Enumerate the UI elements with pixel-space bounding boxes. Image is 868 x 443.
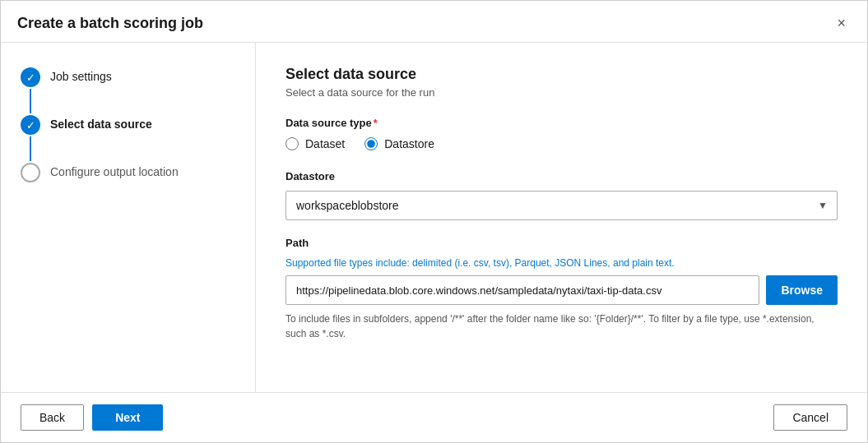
datastore-select[interactable]: workspaceblobstore <box>285 191 838 220</box>
dialog-footer: Back Next Cancel <box>1 392 867 442</box>
check-icon-2: ✓ <box>26 119 35 132</box>
datastore-select-wrapper: workspaceblobstore ▼ <box>285 191 838 220</box>
browse-button[interactable]: Browse <box>766 275 838 305</box>
check-icon: ✓ <box>26 72 35 84</box>
step-connector-2 <box>30 136 31 161</box>
dialog-header: Create a batch scoring job × <box>1 1 867 43</box>
next-button[interactable]: Next <box>92 404 163 431</box>
cancel-button[interactable]: Cancel <box>773 404 847 431</box>
path-input-row: Browse <box>285 275 838 305</box>
path-hint-small: To include files in subfolders, append '… <box>285 311 838 341</box>
radio-label-datastore: Datastore <box>384 137 434 150</box>
step-circle-job-settings: ✓ <box>21 67 40 87</box>
step-label-select-data: Select data source <box>50 115 152 131</box>
datastore-group: Datastore workspaceblobstore ▼ <box>285 170 838 220</box>
radio-dataset[interactable]: Dataset <box>285 137 345 150</box>
data-source-type-label: Data source type* <box>285 117 838 129</box>
back-button[interactable]: Back <box>21 404 84 431</box>
path-hint: Supported file types include: delimited … <box>285 257 838 269</box>
close-button[interactable]: × <box>832 14 851 32</box>
section-title: Select data source <box>285 66 838 83</box>
radio-label-dataset: Dataset <box>305 137 345 150</box>
step-circle-select-data: ✓ <box>21 115 40 135</box>
radio-group: Dataset Datastore <box>285 137 838 150</box>
step-connector-1 <box>30 89 31 113</box>
path-group: Path Supported file types include: delim… <box>285 237 838 341</box>
step-circle-configure-output <box>21 163 40 182</box>
path-label: Path <box>285 237 838 249</box>
sidebar: ✓ Job settings ✓ Select data source <box>1 43 256 392</box>
radio-datastore[interactable]: Datastore <box>364 137 434 150</box>
dialog-title: Create a batch scoring job <box>17 15 203 32</box>
data-source-type-group: Data source type* Dataset Datastore <box>285 117 838 150</box>
step-label-configure-output: Configure output location <box>50 163 179 178</box>
step-label-job-settings: Job settings <box>50 67 112 83</box>
footer-left-buttons: Back Next <box>21 404 163 431</box>
step-select-data-source: ✓ Select data source <box>21 115 235 163</box>
radio-input-dataset[interactable] <box>285 137 299 150</box>
step-job-settings: ✓ Job settings <box>21 67 235 115</box>
radio-input-datastore[interactable] <box>364 137 378 150</box>
section-subtitle: Select a data source for the run <box>285 86 838 99</box>
dialog-body: ✓ Job settings ✓ Select data source <box>1 43 867 392</box>
main-content: Select data source Select a data source … <box>256 43 867 392</box>
datastore-label: Datastore <box>285 170 838 182</box>
step-configure-output: Configure output location <box>21 163 235 182</box>
required-star: * <box>374 117 378 129</box>
dialog: Create a batch scoring job × ✓ Job setti… <box>0 0 868 443</box>
path-input[interactable] <box>285 275 759 305</box>
